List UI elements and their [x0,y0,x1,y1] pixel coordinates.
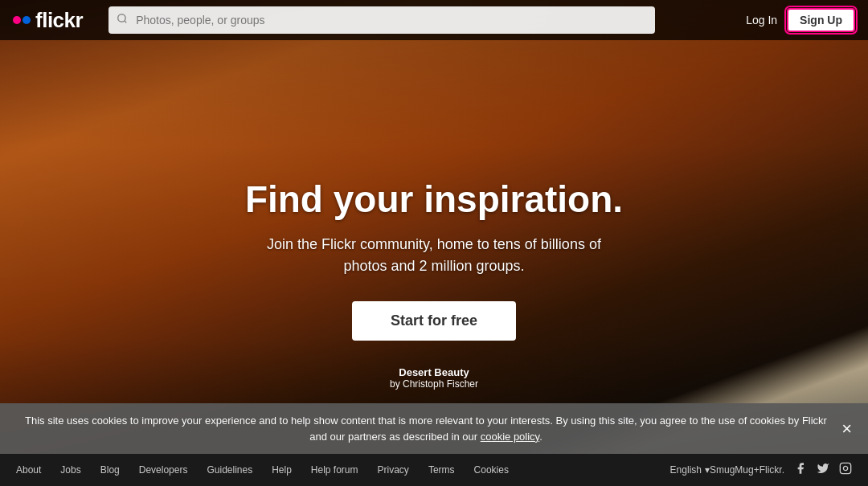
facebook-icon[interactable] [794,462,807,478]
signup-button[interactable]: Sign Up [787,8,855,32]
footer-link[interactable]: Jobs [51,464,90,476]
footer: AboutJobsBlogDevelopersGuidelinesHelpHel… [0,454,868,486]
svg-line-75 [125,21,127,23]
search-bar [108,6,655,34]
svg-rect-76 [840,463,850,473]
photo-credit: Desert Beauty by Christoph Fischer [390,366,478,390]
footer-link[interactable]: Cookies [465,464,518,476]
logo-text: flickr [35,8,83,33]
header-actions: Log In Sign Up [746,8,855,32]
footer-link[interactable]: Help forum [301,464,368,476]
search-input[interactable] [108,6,655,34]
language-selector[interactable]: English ▾ [670,464,710,476]
logo-area[interactable]: flickr [13,8,83,33]
cookie-close-button[interactable]: × [841,420,852,438]
main-header: flickr Log In Sign Up [0,0,868,40]
language-label: English [670,464,702,476]
footer-link[interactable]: Help [262,464,301,476]
dot-pink [13,16,21,24]
footer-link[interactable]: Developers [129,464,198,476]
footer-link[interactable]: Privacy [368,464,419,476]
footer-link[interactable]: Blog [91,464,129,476]
twitter-icon[interactable] [817,462,829,478]
footer-links: AboutJobsBlogDevelopersGuidelinesHelpHel… [16,464,670,476]
cookie-text: This site uses cookies to improve your e… [25,415,827,443]
photo-title: Desert Beauty [390,366,478,378]
photo-author: by Christoph Fischer [390,378,478,390]
cookie-policy-link[interactable]: cookie policy [481,431,539,443]
login-button[interactable]: Log In [746,14,777,27]
hero-subtitle: Join the Flickr community, home to tens … [245,234,623,277]
svg-point-74 [118,14,125,22]
footer-link[interactable]: Guidelines [197,464,262,476]
footer-link[interactable]: About [16,464,51,476]
cookie-banner: This site uses cookies to improve your e… [0,403,868,454]
search-icon [117,13,128,27]
dot-blue [23,16,31,24]
footer-link[interactable]: Terms [419,464,465,476]
start-button[interactable]: Start for free [352,301,516,341]
instagram-icon[interactable] [839,462,852,478]
hero-content: Find your inspiration. Join the Flickr c… [245,178,623,341]
brand-label: SmugMug+Flickr. [710,464,784,476]
hero-title: Find your inspiration. [245,178,623,221]
footer-right: SmugMug+Flickr. [710,462,852,478]
logo-dots [13,16,31,24]
